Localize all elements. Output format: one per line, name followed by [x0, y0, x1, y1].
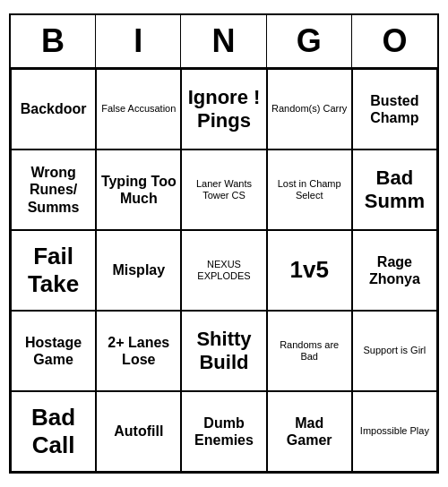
- bingo-cell: Wrong Runes/ Summs: [11, 150, 96, 230]
- bingo-cell: Fail Take: [11, 230, 96, 311]
- bingo-cell: Busted Champ: [352, 69, 437, 150]
- header-letter: B: [11, 15, 96, 67]
- bingo-cell: 1v5: [267, 230, 352, 311]
- bingo-cell: Shitty Build: [181, 311, 266, 391]
- bingo-cell: Support is Girl: [352, 311, 437, 391]
- bingo-cell: Randoms are Bad: [267, 311, 352, 391]
- bingo-cell: Rage Zhonya: [352, 230, 437, 311]
- bingo-cell: Misplay: [96, 230, 181, 311]
- bingo-header: BINGO: [11, 15, 437, 69]
- bingo-cell: Dumb Enemies: [181, 391, 266, 472]
- bingo-grid: BackdoorFalse AccusationIgnore ! PingsRa…: [11, 69, 437, 472]
- bingo-cell: Lost in Champ Select: [267, 150, 352, 230]
- bingo-cell: False Accusation: [96, 69, 181, 150]
- bingo-cell: Ignore ! Pings: [181, 69, 266, 150]
- bingo-cell: Mad Gamer: [267, 391, 352, 472]
- bingo-cell: Random(s) Carry: [267, 69, 352, 150]
- header-letter: G: [267, 15, 352, 67]
- bingo-cell: NEXUS EXPLODES: [181, 230, 266, 311]
- bingo-cell: Laner Wants Tower CS: [181, 150, 266, 230]
- bingo-cell: Typing Too Much: [96, 150, 181, 230]
- bingo-cell: Backdoor: [11, 69, 96, 150]
- bingo-card: BINGO BackdoorFalse AccusationIgnore ! P…: [9, 13, 439, 474]
- header-letter: I: [96, 15, 181, 67]
- bingo-cell: Autofill: [96, 391, 181, 472]
- bingo-cell: Bad Call: [11, 391, 96, 472]
- header-letter: N: [181, 15, 266, 67]
- bingo-cell: Hostage Game: [11, 311, 96, 391]
- bingo-cell: Bad Summ: [352, 150, 437, 230]
- bingo-cell: 2+ Lanes Lose: [96, 311, 181, 391]
- header-letter: O: [352, 15, 437, 67]
- bingo-cell: Impossible Play: [352, 391, 437, 472]
